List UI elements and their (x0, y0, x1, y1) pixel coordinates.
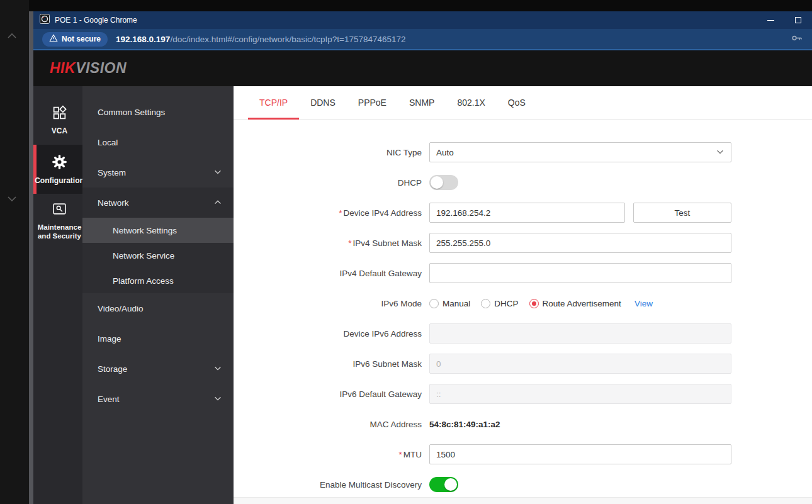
nav-rail-label: VCA (52, 127, 67, 136)
form-row-ipv4-subnet: *IPv4 Subnet Mask (234, 228, 812, 258)
radio-icon (481, 299, 490, 308)
ipv6-mode-radio-manual[interactable]: Manual (429, 299, 470, 308)
sidebar-item-system[interactable]: System (82, 157, 234, 188)
ipv6-gateway-input (429, 384, 731, 404)
vca-icon (52, 105, 67, 123)
ipv4-address-input[interactable] (429, 203, 625, 223)
main-content: TCP/IP DDNS PPPoE SNMP 802.1X QoS NIC Ty… (234, 86, 812, 504)
tab-snmp[interactable]: SNMP (398, 86, 446, 119)
nav-rail-label-line1: Maintenance (38, 223, 82, 232)
sidebar-item-storage[interactable]: Storage (82, 354, 234, 384)
tab-ddns[interactable]: DDNS (299, 86, 347, 119)
chevron-down-icon (716, 147, 725, 158)
form-row-ipv6-mode: IPv6 Mode Manual DHCP (234, 288, 812, 318)
address-bar[interactable]: Not secure 192.168.0.197/doc/index.html#… (33, 29, 812, 50)
gear-icon (51, 154, 68, 173)
tab-bar: TCP/IP DDNS PPPoE SNMP 802.1X QoS (234, 86, 812, 120)
sidebar-item-network[interactable]: Network (82, 188, 234, 218)
url-text[interactable]: 192.168.0.197/doc/index.html#/config/net… (116, 35, 405, 44)
form-row-mac-address: MAC Address 54:8c:81:49:a1:a2 (234, 409, 812, 439)
security-badge-label: Not secure (62, 35, 101, 43)
form-row-mtu: *MTU (234, 439, 812, 469)
form-row-nic-type: NIC Type Auto (234, 137, 812, 167)
minimize-button[interactable] (757, 11, 784, 29)
tab-pppoe[interactable]: PPPoE (347, 86, 398, 119)
nav-rail-item-vca[interactable]: VCA (33, 96, 82, 145)
radio-selected-icon (529, 299, 539, 308)
ipv6-subnet-label: IPv6 Subnet Mask (234, 359, 429, 369)
form-row-ipv4-gateway: IPv4 Default Gateway (234, 258, 812, 288)
form-row-ipv4-address: *Device IPv4 Address Test (234, 198, 812, 228)
nic-type-select[interactable]: Auto (429, 142, 731, 162)
sidebar-item-image[interactable]: Image (82, 323, 234, 354)
window-titlebar: POE 1 - Google Chrome (33, 11, 812, 29)
form-row-multicast: Enable Multicast Discovery (234, 469, 812, 500)
key-icon[interactable] (790, 31, 803, 47)
multicast-toggle[interactable] (429, 477, 458, 492)
sidebar-item-event[interactable]: Event (82, 384, 234, 414)
ipv6-mode-radio-dhcp[interactable]: DHCP (481, 299, 518, 308)
mtu-input[interactable] (429, 444, 731, 464)
sidebar-item-network-settings[interactable]: Network Settings (82, 218, 234, 243)
url-host: 192.168.0.197 (116, 35, 170, 44)
ipv6-subnet-input (429, 354, 731, 374)
sidebar-item-video-audio[interactable]: Video/Audio (82, 293, 234, 323)
form-row-ipv6-gateway: IPv6 Default Gateway (234, 379, 812, 409)
ipv6-mode-radio-route-advertisement[interactable]: Route Advertisement (529, 299, 621, 308)
logo-gray-part: VISION (76, 60, 127, 76)
warning-triangle-icon (49, 34, 58, 44)
maximize-button[interactable] (784, 11, 812, 29)
chevron-up-icon[interactable] (4, 29, 20, 44)
background-app-strip (0, 0, 29, 504)
screen: POE 1 - Google Chrome Not secure 192.168… (0, 0, 812, 504)
brand-header: HIKVISION (33, 50, 812, 86)
sidebar-item-platform-access[interactable]: Platform Access (82, 268, 234, 293)
form-row-ipv6-address: Device IPv6 Address (234, 318, 812, 349)
chevron-down-icon (213, 167, 222, 178)
ipv4-gateway-input[interactable] (429, 263, 731, 283)
sidebar-item-common-settings[interactable]: Common Settings (82, 97, 234, 127)
ipv4-gateway-label: IPv4 Default Gateway (234, 269, 429, 278)
nav-rail-item-maintenance[interactable]: Maintenance and Security (33, 194, 82, 248)
tcpip-form: NIC Type Auto DHCP (234, 137, 812, 500)
mtu-label: *MTU (234, 450, 429, 459)
nav-rail-label-line2: and Security (38, 232, 82, 240)
view-link[interactable]: View (634, 299, 653, 308)
ipv6-mode-label: IPv6 Mode (234, 299, 429, 308)
dhcp-label: DHCP (234, 178, 429, 188)
tab-8021x[interactable]: 802.1X (446, 86, 496, 119)
ipv4-subnet-input[interactable] (429, 233, 731, 253)
ipv6-gateway-label: IPv6 Default Gateway (234, 389, 429, 399)
sidebar-item-local[interactable]: Local (82, 127, 234, 157)
sidebar-group-network: Network Network Settings Network Service… (82, 188, 234, 293)
maintenance-icon (52, 201, 67, 220)
chevron-down-icon (213, 394, 222, 405)
browser-window: POE 1 - Google Chrome Not secure 192.168… (29, 11, 812, 504)
chevron-up-icon (213, 198, 222, 208)
nav-rail-item-configuration[interactable]: Configuration (33, 145, 82, 194)
chevron-down-icon (213, 364, 222, 374)
favicon-camera-icon (40, 14, 50, 26)
dhcp-toggle[interactable] (429, 175, 458, 190)
logo-red-part: HIK (50, 60, 76, 76)
nav-rail: VCA Configuration Maintenance (33, 86, 82, 504)
window-title: POE 1 - Google Chrome (55, 16, 137, 25)
mac-address-label: MAC Address (234, 420, 429, 429)
radio-icon (429, 299, 439, 308)
ipv4-subnet-label: *IPv4 Subnet Mask (234, 238, 429, 248)
chevron-down-icon[interactable] (4, 191, 20, 206)
tab-tcpip[interactable]: TCP/IP (248, 86, 299, 119)
ipv6-address-input (429, 323, 731, 344)
ipv6-address-label: Device IPv6 Address (234, 329, 429, 339)
web-page: HIKVISION VCA Configuration (33, 50, 812, 504)
sidebar: Common Settings Local System Network Net… (82, 86, 234, 504)
tab-qos[interactable]: QoS (497, 86, 537, 119)
test-button[interactable]: Test (633, 203, 731, 223)
sidebar-item-network-service[interactable]: Network Service (82, 243, 234, 268)
url-path: /doc/index.html#/config/network/basic/tc… (170, 35, 405, 44)
footer-band (234, 497, 812, 504)
hikvision-logo: HIKVISION (50, 60, 127, 77)
nic-type-label: NIC Type (234, 148, 429, 157)
security-badge[interactable]: Not secure (42, 32, 108, 47)
form-row-dhcp: DHCP (234, 167, 812, 198)
